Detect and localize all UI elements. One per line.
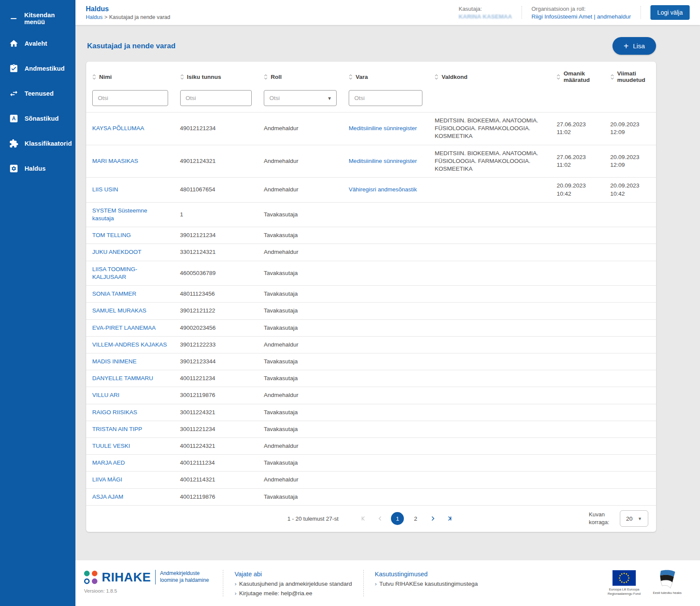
- search-input-asset[interactable]: [349, 90, 423, 106]
- sidebar-item-services[interactable]: Teenused: [0, 81, 75, 106]
- users-table-card: Nimi Isiku tunnus Roll Vara Valdkond Oma…: [86, 62, 656, 532]
- logout-button[interactable]: Logi välja: [650, 5, 690, 20]
- asset-link[interactable]: Vähiregisri andmesõnastik: [349, 186, 417, 193]
- per-page-select[interactable]: 20 ▼: [620, 510, 648, 527]
- owner-assigned-cell: [550, 387, 604, 404]
- asset-link[interactable]: Meditsiiniline sünniregister: [349, 125, 417, 131]
- asset-link-cell: [343, 227, 429, 244]
- user-name-link[interactable]: KAYSA PÕLLUMAA: [92, 125, 144, 131]
- sidebar-item-admin[interactable]: Haldus: [0, 156, 75, 181]
- user-name-link[interactable]: LIIS USIN: [92, 186, 118, 193]
- add-button[interactable]: + Lisa: [612, 37, 656, 55]
- user-name-link[interactable]: EVA-PIRET LAANEMAA: [92, 325, 156, 331]
- user-name-link-cell: LIIVA MÄGI: [86, 472, 174, 488]
- person-id-cell: 48011067654: [174, 178, 258, 202]
- domain-cell: [428, 404, 550, 421]
- column-header-last-modified[interactable]: Viimati muudetud: [604, 62, 656, 90]
- user-name-link[interactable]: VILLEM-ANDRES KAJAKAS: [92, 341, 167, 348]
- page-2-button[interactable]: 2: [409, 512, 422, 525]
- user-name-link-cell: MARI MAASIKAS: [86, 145, 174, 178]
- user-name-link-cell: RAIGO RIISIKAS: [86, 404, 174, 421]
- table-row: MARI MAASIKAS49012124321AndmehaldurMedit…: [86, 145, 656, 178]
- role-cell: Tavakasutaja: [258, 202, 343, 227]
- breadcrumb: Haldus>Kasutajad ja nende varad: [86, 14, 170, 20]
- user-name-link-cell: MARJA AED: [86, 455, 174, 472]
- user-name-link-cell: MADIS INIMENE: [86, 353, 174, 370]
- estonia-logo-caption: Eesti tuleviku heaks: [653, 591, 681, 595]
- user-name-link[interactable]: DANYELLE TAMMARU: [92, 375, 153, 381]
- table-row: SAMUEL MURAKAS39012121122Tavakasutaja: [86, 303, 656, 319]
- page-1-button[interactable]: 1: [391, 512, 404, 525]
- person-id-cell: 40012114321: [174, 472, 258, 488]
- column-header-person-id[interactable]: Isiku tunnus: [174, 62, 258, 90]
- per-page-label: Kuvan korraga:: [589, 511, 615, 527]
- user-name-link-cell: TUULE VESKI: [86, 438, 174, 455]
- column-header-name[interactable]: Nimi: [86, 62, 174, 90]
- help-link-email[interactable]: ›Kirjutage meile: help@ria.ee: [234, 590, 352, 597]
- sidebar-item-classifiers[interactable]: Klassifikaatorid: [0, 131, 75, 156]
- previous-page-button[interactable]: [375, 513, 386, 524]
- breadcrumb-separator: >: [104, 14, 107, 20]
- table-row: TUULE VESKI40011224321Andmehaldur: [86, 438, 656, 455]
- sidebar-item-dictionaries[interactable]: A Sõnastikud: [0, 106, 75, 131]
- sidebar-item-label: Teenused: [25, 90, 53, 97]
- content-area: Kasutajad ja nende varad + Lisa Nimi Isi…: [75, 25, 700, 560]
- svg-text:A: A: [12, 116, 16, 122]
- role-cell: Andmehaldur: [258, 145, 343, 178]
- sort-icon: [180, 74, 184, 80]
- column-header-domain[interactable]: Valdkond: [428, 62, 550, 90]
- owner-assigned-cell: [550, 421, 604, 437]
- owner-assigned-cell: [550, 303, 604, 319]
- brand-tagline: Andmekirjelduste loomine ja haldamine: [160, 570, 212, 584]
- user-name-link-cell: JUKU ANEKDOOT: [86, 244, 174, 261]
- owner-assigned-cell: [550, 227, 604, 244]
- sidebar-item-datasets[interactable]: Andmestikud: [0, 56, 75, 81]
- asset-link-cell: [343, 303, 429, 319]
- user-name-link[interactable]: MARJA AED: [92, 459, 125, 466]
- breadcrumb-current: Kasutajad ja nende varad: [109, 14, 170, 20]
- user-name-link[interactable]: JUKU ANEKDOOT: [92, 249, 141, 255]
- user-name-link[interactable]: MADIS INIMENE: [92, 358, 137, 365]
- search-input-person-id[interactable]: [180, 90, 252, 106]
- user-name-link[interactable]: ASJA AJAM: [92, 494, 123, 500]
- user-name-link[interactable]: RAIGO RIISIKAS: [92, 409, 137, 415]
- user-name-link[interactable]: TUULE VESKI: [92, 443, 130, 449]
- search-select-role[interactable]: [264, 90, 337, 106]
- user-name-link[interactable]: LIISA TOOMING-KALJUSAAR: [92, 266, 138, 280]
- person-id-cell: 40011221234: [174, 370, 258, 387]
- domain-cell: MEDITSIIN. BIOKEEMIA. ANATOOMIA. FÜSIOLO…: [428, 112, 550, 145]
- user-name-link[interactable]: TOM TELLING: [92, 232, 131, 238]
- clipboard-check-icon: [9, 63, 19, 74]
- last-page-button[interactable]: [444, 513, 455, 524]
- user-name-link[interactable]: MARI MAASIKAS: [92, 158, 138, 164]
- user-name-link[interactable]: SAMUEL MURAKAS: [92, 307, 147, 314]
- user-name-link[interactable]: SONIA TAMMER: [92, 291, 136, 297]
- column-header-role[interactable]: Roll: [258, 62, 343, 90]
- user-name-link-cell: VILLEM-ANDRES KAJAKAS: [86, 336, 174, 353]
- next-page-button[interactable]: [427, 513, 438, 524]
- terms-title: Kasutustingimused: [375, 571, 478, 578]
- domain-cell: [428, 370, 550, 387]
- org-role-link[interactable]: Riigi Infosüsteemi Amet | andmehaldur: [531, 13, 631, 20]
- breadcrumb-root-link[interactable]: Haldus: [86, 14, 103, 20]
- user-name-link[interactable]: TRISTAN AIN TIPP: [92, 426, 142, 432]
- help-link-manual[interactable]: ›Kasutusjuhend ja andmekirjelduse standa…: [234, 581, 352, 587]
- sidebar-item-collapse-menu[interactable]: Kitsendan menüü: [0, 6, 75, 31]
- terms-link[interactable]: ›Tutvu RIHAKEse kasutustingimustega: [375, 581, 478, 587]
- user-name-link[interactable]: LIIVA MÄGI: [92, 476, 122, 483]
- owner-assigned-cell: [550, 202, 604, 227]
- user-name-link[interactable]: VILLU ARI: [92, 392, 119, 398]
- page-title: Kasutajad ja nende varad: [87, 42, 175, 50]
- column-header-asset[interactable]: Vara: [343, 62, 429, 90]
- sidebar-item-home[interactable]: Avaleht: [0, 31, 75, 56]
- role-cell: Andmehaldur: [258, 472, 343, 488]
- column-header-owner-assigned[interactable]: Omanik määratud: [550, 62, 604, 90]
- search-input-name[interactable]: [92, 90, 168, 106]
- first-page-button[interactable]: [358, 513, 369, 524]
- asset-link-cell: [343, 261, 429, 285]
- person-id-cell: 49012121234: [174, 112, 258, 145]
- role-cell: Andmehaldur: [258, 387, 343, 404]
- asset-link[interactable]: Meditsiiniline sünniregister: [349, 158, 417, 164]
- user-name-link[interactable]: SYSTEM Süsteemne kasutaja: [92, 207, 147, 222]
- puzzle-icon: [9, 138, 19, 149]
